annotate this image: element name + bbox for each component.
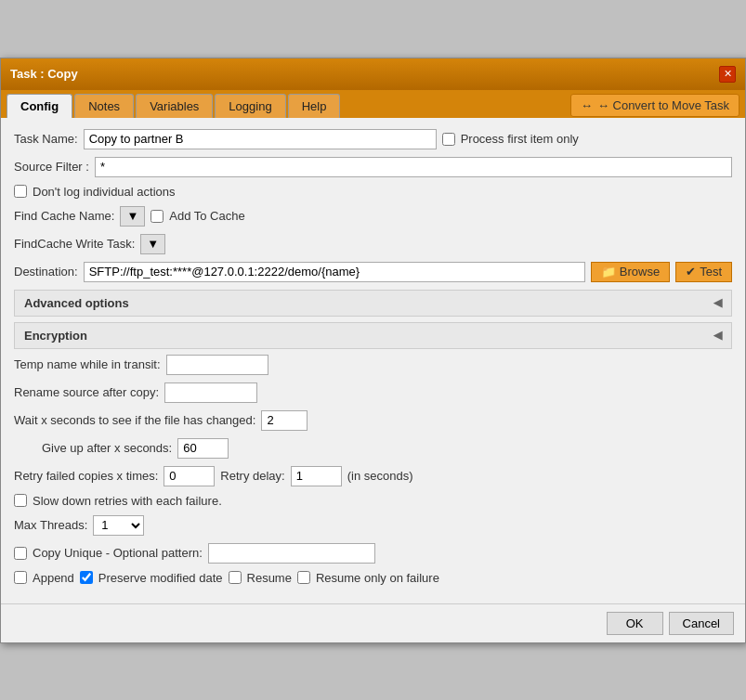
resume-label: Resume [247,571,292,585]
giveup-input[interactable] [177,438,229,459]
wait-row: Wait x seconds to see if the file has ch… [14,410,732,431]
max-threads-label: Max Threads: [14,518,87,532]
convert-label: ↔ Convert to Move Task [597,98,729,112]
max-threads-select[interactable]: 1 2 4 [93,515,144,536]
title-bar: Task : Copy ✕ [1,58,745,90]
retry-input[interactable] [164,466,215,486]
temp-name-input[interactable] [166,355,268,375]
bottom-checkboxes-row: Append Preserve modified date Resume Res… [14,571,732,585]
copy-unique-checkbox[interactable] [14,547,27,560]
browse-button[interactable]: 📁 Browse [591,262,670,282]
destination-label: Destination: [14,265,78,279]
resume-failure-label: Resume only on failure [316,571,439,585]
task-name-label: Task Name: [14,132,78,146]
tab-bar: Config Notes Variables Logging Help ↔ ↔ … [1,90,745,118]
process-first-checkbox[interactable] [442,133,455,146]
destination-input[interactable] [84,262,585,282]
task-name-input[interactable] [84,129,437,149]
convert-to-move-button[interactable]: ↔ ↔ Convert to Move Task [570,94,739,117]
max-threads-row: Max Threads: 1 2 4 [14,515,732,536]
source-filter-row: Source Filter : [14,157,732,177]
tab-help[interactable]: Help [288,94,341,118]
convert-icon: ↔ [581,98,593,112]
copy-unique-row: Copy Unique - Optional pattern: [14,543,732,564]
append-label: Append [33,571,74,585]
tab-notes[interactable]: Notes [74,94,134,118]
tab-logging[interactable]: Logging [215,94,285,118]
retry-row: Retry failed copies x times: Retry delay… [14,466,732,486]
encryption-arrow: ◀ [713,329,722,342]
cancel-button[interactable]: Cancel [669,612,734,635]
findcache-write-label: FindCache Write Task: [14,237,135,251]
dont-log-label: Don't log individual actions [33,185,176,199]
findcache-write-row: FindCache Write Task: ▼ [14,234,732,254]
findcache-write-dropdown[interactable]: ▼ [140,234,165,254]
advanced-options-header[interactable]: Advanced options ◀ [14,290,732,317]
content-area: Task Name: Process first item only Sourc… [1,118,745,603]
giveup-label: Give up after x seconds: [42,441,172,455]
resume-failure-checkbox[interactable] [297,571,310,584]
retry-delay-label: Retry delay: [220,469,284,483]
process-first-label: Process first item only [461,132,579,146]
rename-source-label: Rename source after copy: [14,385,159,399]
slow-down-label: Slow down retries with each failure. [33,494,222,508]
wait-label: Wait x seconds to see if the file has ch… [14,413,255,427]
tab-config[interactable]: Config [7,94,72,118]
add-to-cache-label: Add To Cache [169,209,244,223]
footer: OK Cancel [1,603,745,642]
main-window: Task : Copy ✕ Config Notes Variables Log… [0,58,746,643]
advanced-options-label: Advanced options [24,296,129,310]
copy-unique-pattern-input[interactable] [208,543,375,564]
preserve-modified-checkbox[interactable] [80,571,93,584]
source-filter-input[interactable] [95,157,732,177]
retry-label: Retry failed copies x times: [14,469,158,483]
destination-row: Destination: 📁 Browse ✔ Test [14,262,732,282]
append-checkbox[interactable] [14,571,27,584]
browse-icon: 📁 [601,265,616,279]
window-title: Task : Copy [10,67,78,81]
encryption-header[interactable]: Encryption ◀ [14,322,732,349]
source-filter-label: Source Filter : [14,160,89,174]
dont-log-row: Don't log individual actions [14,185,732,199]
add-to-cache-checkbox[interactable] [151,210,164,223]
find-cache-label: Find Cache Name: [14,209,114,223]
retry-delay-input[interactable] [291,466,342,486]
copy-unique-label: Copy Unique - Optional pattern: [33,546,203,560]
task-name-row: Task Name: Process first item only [14,129,732,149]
dont-log-checkbox[interactable] [14,185,27,198]
find-cache-dropdown[interactable]: ▼ [120,206,145,227]
wait-input[interactable] [261,410,308,431]
slow-down-checkbox[interactable] [14,494,27,507]
tab-variables[interactable]: Variables [136,94,213,118]
rename-source-input[interactable] [164,382,257,403]
temp-name-row: Temp name while in transit: [14,355,732,375]
giveup-row: Give up after x seconds: [14,438,732,459]
rename-source-row: Rename source after copy: [14,382,732,403]
resume-checkbox[interactable] [229,571,242,584]
in-seconds-label: (in seconds) [347,469,413,483]
encryption-label: Encryption [24,329,87,343]
preserve-modified-label: Preserve modified date [98,571,223,585]
test-button[interactable]: ✔ Test [675,262,732,282]
test-icon: ✔ [686,265,696,279]
slow-down-row: Slow down retries with each failure. [14,494,732,508]
close-button[interactable]: ✕ [719,66,736,83]
advanced-options-arrow: ◀ [713,296,722,309]
find-cache-row: Find Cache Name: ▼ Add To Cache [14,206,732,227]
ok-button[interactable]: OK [607,612,663,635]
temp-name-label: Temp name while in transit: [14,357,161,371]
